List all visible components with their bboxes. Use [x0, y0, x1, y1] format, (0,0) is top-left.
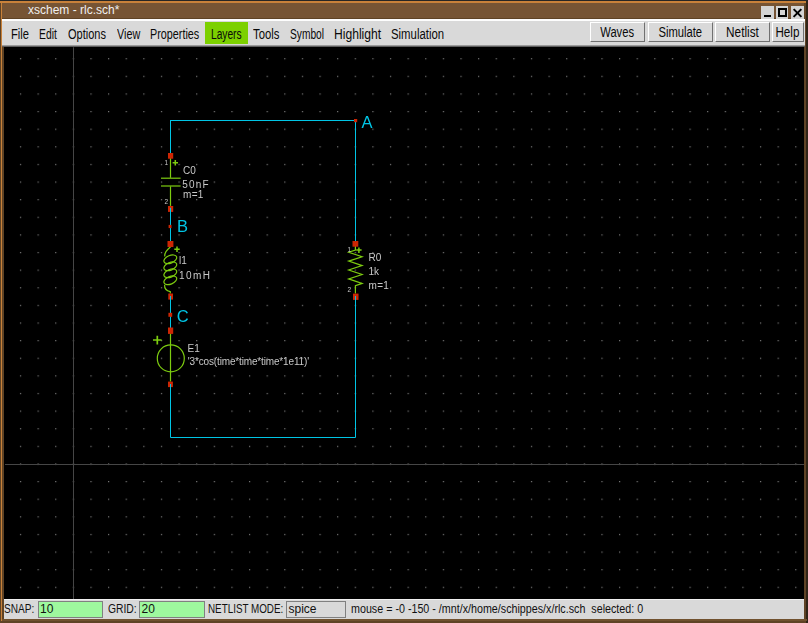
svg-text:m=1: m=1 — [183, 189, 204, 200]
svg-text:1: 1 — [348, 246, 352, 253]
svg-text:C0: C0 — [183, 165, 196, 176]
svg-text:B: B — [177, 217, 188, 235]
svg-text:2: 2 — [165, 198, 169, 205]
svg-text:A: A — [361, 113, 372, 131]
svg-text:10mH: 10mH — [179, 270, 211, 281]
svg-text:R0: R0 — [369, 252, 382, 263]
svg-text:C: C — [177, 307, 189, 325]
svg-text:E1: E1 — [188, 343, 201, 354]
svg-text:2: 2 — [348, 286, 352, 293]
svg-text:1: 1 — [165, 159, 169, 166]
svg-text:50nF: 50nF — [182, 179, 210, 190]
svg-text:m=1: m=1 — [369, 280, 390, 291]
svg-text:1k: 1k — [369, 266, 381, 277]
svg-text:l1: l1 — [179, 255, 187, 266]
svg-text:'3*cos(time*time*time*1e11)': '3*cos(time*time*time*1e11)' — [188, 356, 309, 367]
